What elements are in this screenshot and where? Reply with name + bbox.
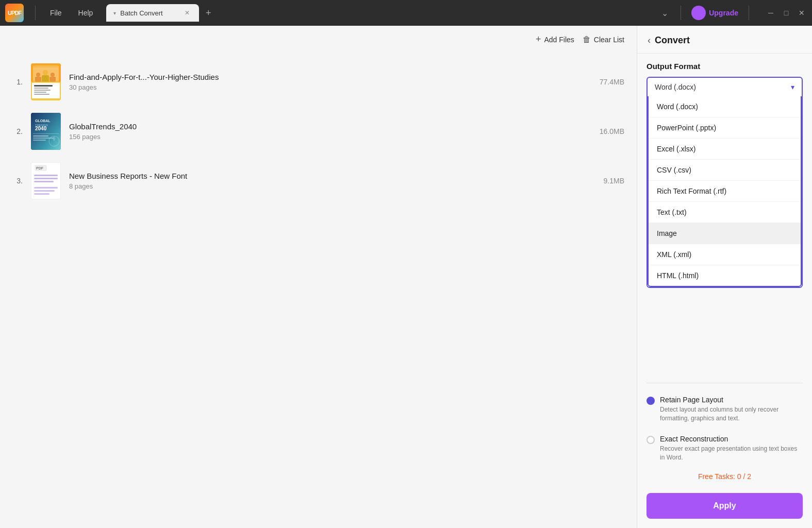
format-option-excel[interactable]: Excel (.xlsx)	[649, 139, 801, 160]
retain-layout-desc: Detect layout and columns but only recov…	[660, 405, 803, 423]
exact-recon-title: Exact Reconstruction	[660, 435, 803, 443]
file-thumbnail	[31, 63, 61, 100]
back-button[interactable]: ‹	[648, 35, 651, 46]
svg-rect-11	[34, 85, 53, 87]
file-list-area: + Add Files 🗑 Clear List 1.	[0, 26, 637, 528]
retain-layout-radio[interactable]	[647, 397, 655, 405]
svg-rect-31	[34, 178, 58, 179]
exact-recon-radio[interactable]	[647, 436, 655, 444]
exact-recon-desc: Recover exact page presentation using te…	[660, 445, 803, 462]
svg-text:PDF: PDF	[36, 166, 44, 170]
minimize-button[interactable]: ─	[766, 8, 776, 18]
titlebar-nav: File Help	[42, 6, 101, 20]
list-item: 2.	[0, 107, 637, 156]
file-thumbnail: GLOBAL TRENDS 2040	[31, 113, 61, 150]
free-tasks-label: Free Tasks: 0 / 2	[647, 468, 803, 488]
svg-rect-12	[34, 88, 48, 89]
format-option-word[interactable]: Word (.docx)	[649, 96, 801, 117]
file-thumbnail: PDF	[31, 162, 61, 199]
tabs-area: ▾ Batch Convert ✕ +	[106, 4, 659, 22]
file-items: 1.	[0, 53, 637, 210]
svg-rect-32	[34, 181, 54, 182]
file-name: GlobalTrends_2040	[69, 122, 591, 131]
svg-rect-15	[34, 94, 49, 95]
svg-point-6	[51, 73, 55, 77]
svg-rect-34	[34, 190, 55, 192]
format-option-xml[interactable]: XML (.xml)	[649, 244, 801, 265]
file-size: 77.4MB	[600, 78, 624, 86]
file-list-toolbar: + Add Files 🗑 Clear List	[0, 26, 637, 53]
file-size: 16.0MB	[600, 127, 624, 135]
file-size: 9.1MB	[604, 177, 624, 185]
titlebar: UPDF File Help ▾ Batch Convert ✕ + ⌄ Upg…	[0, 0, 812, 26]
output-format-label: Output Format	[647, 62, 803, 71]
file-info: GlobalTrends_2040 156 pages	[69, 122, 591, 141]
file-index: 2.	[12, 127, 23, 135]
svg-rect-22	[33, 135, 48, 137]
nav-file[interactable]: File	[42, 6, 70, 20]
file-pages: 30 pages	[69, 83, 591, 91]
svg-rect-21	[33, 133, 59, 134]
svg-point-4	[36, 73, 40, 77]
list-item: 3. PDF	[0, 156, 637, 206]
dropdown-arrow-icon: ▾	[791, 83, 794, 91]
file-index: 3.	[12, 177, 23, 185]
svg-rect-13	[34, 90, 51, 91]
retain-layout-option: Retain Page Layout Detect layout and col…	[647, 389, 803, 429]
add-files-button[interactable]: + Add Files	[536, 34, 574, 45]
upgrade-button[interactable]: Upgrade	[691, 6, 738, 20]
exact-recon-text: Exact Reconstruction Recover exact page …	[660, 435, 803, 462]
svg-rect-24	[33, 140, 46, 141]
file-info: New Business Reports - New Font 8 pages	[69, 172, 595, 190]
maximize-button[interactable]: □	[781, 8, 791, 18]
file-scroll-area: 1.	[0, 53, 637, 528]
format-option-rtf[interactable]: Rich Text Format (.rtf)	[649, 181, 801, 202]
tab-label: Batch Convert	[120, 9, 162, 17]
svg-text:2040: 2040	[35, 126, 47, 131]
svg-point-5	[43, 70, 48, 75]
clear-list-button[interactable]: 🗑 Clear List	[583, 35, 624, 44]
tab-close-button[interactable]: ✕	[183, 8, 192, 18]
format-option-txt[interactable]: Text (.txt)	[649, 202, 801, 223]
trash-icon: 🗑	[583, 35, 591, 44]
right-panel: ‹ Convert Output Format Word (.docx) ▾ W…	[637, 26, 812, 528]
format-option-powerpoint[interactable]: PowerPoint (.pptx)	[649, 117, 801, 139]
format-option-html[interactable]: HTML (.html)	[649, 265, 801, 286]
svg-rect-35	[34, 193, 49, 195]
file-info: Find-and-Apply-For-t...-Your-Higher-Stud…	[69, 73, 591, 91]
selected-format-label: Word (.docx)	[655, 83, 696, 91]
svg-rect-14	[34, 92, 46, 93]
file-index: 1.	[12, 78, 23, 86]
nav-help[interactable]: Help	[70, 6, 102, 20]
close-button[interactable]: ✕	[797, 8, 807, 18]
format-dropdown: Word (.docx) PowerPoint (.pptx) Excel (.…	[648, 96, 802, 287]
user-avatar	[691, 6, 706, 20]
svg-text:GLOBAL: GLOBAL	[35, 119, 51, 123]
svg-rect-7	[35, 77, 41, 82]
svg-rect-8	[42, 75, 49, 82]
panel-header: ‹ Convert	[637, 26, 812, 54]
apply-button[interactable]: Apply	[647, 493, 803, 519]
titlebar-divider	[35, 6, 36, 20]
svg-rect-30	[34, 175, 58, 176]
new-tab-button[interactable]: +	[201, 6, 216, 20]
svg-rect-17	[31, 113, 61, 150]
titlebar-right: ⌄ Upgrade ─ □ ✕	[659, 6, 807, 20]
format-select-display[interactable]: Word (.docx) ▾	[648, 78, 802, 96]
panel-title: Convert	[655, 35, 690, 46]
add-files-label: Add Files	[544, 36, 574, 44]
file-name: Find-and-Apply-For-t...-Your-Higher-Stud…	[69, 73, 591, 81]
divider-right	[681, 6, 681, 20]
window-controls: ─ □ ✕	[766, 8, 807, 18]
list-item: 1.	[0, 57, 637, 107]
format-option-image[interactable]: Image	[649, 223, 801, 244]
exact-recon-option: Exact Reconstruction Recover exact page …	[647, 429, 803, 468]
tabs-overflow-button[interactable]: ⌄	[659, 6, 670, 20]
retain-layout-title: Retain Page Layout	[660, 396, 803, 404]
file-pages: 8 pages	[69, 182, 595, 190]
main-area: + Add Files 🗑 Clear List 1.	[0, 26, 812, 528]
tab-batch-convert[interactable]: ▾ Batch Convert ✕	[106, 4, 199, 22]
plus-icon: +	[536, 34, 541, 45]
format-option-csv[interactable]: CSV (.csv)	[649, 160, 801, 181]
svg-rect-9	[49, 77, 56, 82]
